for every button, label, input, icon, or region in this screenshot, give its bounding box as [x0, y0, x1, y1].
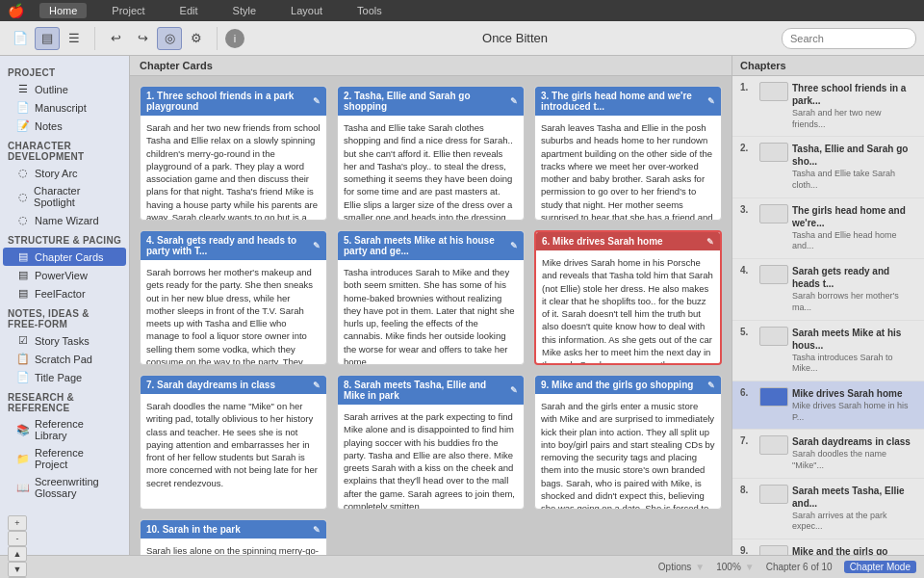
- card-icon-3: ✎: [707, 96, 715, 106]
- sidebar-item-story-tasks[interactable]: ☑ Story Tasks: [3, 331, 126, 350]
- options-label[interactable]: Options: [658, 562, 691, 572]
- manuscript-icon: 📄: [16, 101, 30, 114]
- chapter-num-5: 5.: [740, 327, 756, 337]
- chapter-thumb-1: [759, 82, 788, 101]
- card-title-8: 8. Sarah meets Tasha, Ellie and Mike in …: [344, 380, 510, 401]
- chapters-header: Chapters: [732, 56, 924, 76]
- redo-btn[interactable]: ↪: [130, 27, 155, 50]
- new-btn[interactable]: 📄: [8, 27, 33, 50]
- card-body-4: Sarah borrows her mother's makeup and ge…: [141, 260, 326, 364]
- card-header-1: 1. Three school friends in a park playgr…: [141, 87, 326, 116]
- sidebar-item-reference-library[interactable]: 📚 Reference Library: [3, 415, 126, 444]
- card-body-1: Sarah and her two new friends from schoo…: [141, 116, 326, 220]
- chapter-num-8: 8.: [740, 485, 756, 495]
- card-body-8: Sarah arrives at the park expecting to f…: [338, 405, 524, 509]
- chapter-title-3: The girls head home and we're...: [792, 204, 916, 229]
- card-title-2: 2. Tasha, Ellie and Sarah go shopping: [344, 91, 510, 112]
- card-2[interactable]: 2. Tasha, Ellie and Sarah go shopping✎Ta…: [337, 86, 525, 221]
- sidebar-item-feelfactor[interactable]: ▤ FeelFactor: [3, 284, 126, 302]
- tab-home[interactable]: Home: [39, 3, 87, 18]
- chapter-item-5[interactable]: 5. Sarah meets Mike at his hous... Tasha…: [732, 321, 924, 381]
- cards-btn[interactable]: ▤: [35, 27, 60, 50]
- chapter-item-8[interactable]: 8. Sarah meets Tasha, Ellie and... Sarah…: [732, 479, 924, 539]
- down-btn[interactable]: ▼: [8, 562, 27, 577]
- add-btn[interactable]: +: [8, 515, 27, 531]
- sidebar-item-glossary[interactable]: 📖 Screenwriting Glossary: [3, 473, 126, 502]
- tab-project[interactable]: Project: [102, 3, 154, 18]
- chapter-item-7[interactable]: 7. Sarah daydreams in class Sarah doodle…: [732, 430, 924, 478]
- tab-layout[interactable]: Layout: [281, 3, 332, 18]
- up-btn[interactable]: ▲: [8, 546, 27, 562]
- chapter-item-1[interactable]: 1. Three school friends in a park... Sar…: [732, 76, 924, 137]
- chapter-subtitle-3: Tasha and Ellie head home and...: [792, 230, 916, 252]
- sidebar-item-chapter-cards[interactable]: ▤ Chapter Cards: [3, 248, 126, 266]
- remove-btn[interactable]: -: [8, 531, 27, 546]
- card-header-8: 8. Sarah meets Tasha, Ellie and Mike in …: [338, 376, 524, 405]
- card-title-7: 7. Sarah daydreams in class: [146, 380, 275, 390]
- chapter-text-6: Mike drives Sarah home Mike drives Sarah…: [792, 387, 916, 423]
- card-4[interactable]: 4. Sarah gets ready and heads to party w…: [140, 230, 327, 365]
- chapter-item-2[interactable]: 2. Tasha, Ellie and Sarah go sho... Tash…: [732, 137, 924, 197]
- chapter-text-3: The girls head home and we're... Tasha a…: [792, 204, 916, 252]
- tab-edit[interactable]: Edit: [170, 3, 208, 18]
- document-title: Once Bitten: [252, 31, 778, 45]
- chapter-title-6: Mike drives Sarah home: [792, 387, 916, 400]
- notes-icon: 📝: [16, 119, 30, 132]
- chapter-title-5: Sarah meets Mike at his hous...: [792, 327, 916, 352]
- chapter-item-3[interactable]: 3. The girls head home and we're... Tash…: [732, 198, 924, 259]
- bottom-bar: + - ▲ ▼ 🔍 ⚙ 6. Mike drives Sarah home Op…: [0, 555, 924, 578]
- card-header-4: 4. Sarah gets ready and heads to party w…: [141, 231, 326, 260]
- chapter-num-1: 1.: [740, 82, 756, 92]
- sidebar-item-title-page[interactable]: 📄 Title Page: [3, 368, 126, 386]
- outline-btn[interactable]: ☰: [62, 27, 87, 50]
- chapter-text-8: Sarah meets Tasha, Ellie and... Sarah ar…: [792, 485, 916, 533]
- card-header-7: 7. Sarah daydreams in class✎: [141, 376, 326, 394]
- toolbar: 📄 ▤ ☰ ↩ ↪ ◎ ⚙ i Once Bitten: [0, 21, 924, 56]
- undo-btn[interactable]: ↩: [103, 27, 128, 50]
- chapter-subtitle-7: Sarah doodles the name "Mike"...: [792, 449, 916, 471]
- chapter-text-5: Sarah meets Mike at his hous... Tasha in…: [792, 327, 916, 375]
- chapter-title-9: Mike and the girls go shoppin...: [792, 545, 916, 555]
- chapter-item-6[interactable]: 6. Mike drives Sarah home Mike drives Sa…: [732, 381, 924, 430]
- card-5[interactable]: 5. Sarah meets Mike at his house party a…: [337, 230, 525, 365]
- tab-tools[interactable]: Tools: [347, 3, 392, 18]
- chapter-item-4[interactable]: 4. Sarah gets ready and heads t... Sarah…: [732, 259, 924, 320]
- card-icon-7: ✎: [313, 381, 321, 390]
- bottom-controls: Options ▼ 100% ▼ Chapter 6 of 10 Chapter…: [658, 561, 916, 573]
- info-button[interactable]: i: [225, 29, 244, 48]
- top-bar: 🍎 Home Project Edit Style Layout Tools: [0, 0, 924, 21]
- sidebar-item-outline[interactable]: ☰ Outline: [3, 80, 126, 98]
- chapter-num-9: 9.: [740, 545, 756, 555]
- card-1[interactable]: 1. Three school friends in a park playgr…: [140, 86, 327, 221]
- sidebar-item-scratch-pad[interactable]: 📋 Scratch Pad: [3, 350, 126, 368]
- sidebar-section-structure: Structure & Pacing: [0, 229, 129, 248]
- sidebar-item-reference-project[interactable]: 📁 Reference Project: [3, 444, 126, 473]
- sidebar-item-character-spotlight[interactable]: ◌ Character Spotlight: [3, 182, 126, 211]
- sidebar: Project ☰ Outline 📄 Manuscript 📝 Notes C…: [0, 56, 130, 555]
- sidebar-item-powerview[interactable]: ▤ PowerView: [3, 266, 126, 284]
- card-7[interactable]: 7. Sarah daydreams in class✎Sarah doodle…: [140, 375, 327, 510]
- card-3[interactable]: 3. The girls head home and we're introdu…: [534, 86, 722, 221]
- chapter-num-6: 6.: [740, 387, 756, 398]
- target-btn[interactable]: ◎: [157, 27, 182, 50]
- card-6[interactable]: 6. Mike drives Sarah home✎Mike drives Sa…: [534, 230, 722, 365]
- card-body-6: Mike drives Sarah home in his Porsche an…: [536, 250, 720, 363]
- card-body-7: Sarah doodles the name "Mike" on her wri…: [141, 394, 326, 509]
- sidebar-section-research: Research & Reference: [0, 386, 129, 415]
- card-9[interactable]: 9. Mike and the girls go shopping✎Sarah …: [534, 375, 722, 510]
- card-title-4: 4. Sarah gets ready and heads to party w…: [146, 235, 313, 256]
- scratch-icon: 📋: [16, 353, 30, 365]
- gear-btn[interactable]: ⚙: [184, 27, 209, 50]
- feel-icon: ▤: [16, 287, 30, 300]
- chapter-num-2: 2.: [740, 143, 756, 153]
- search-input[interactable]: [782, 28, 916, 49]
- sidebar-item-story-arc[interactable]: ◌ Story Arc: [3, 164, 126, 182]
- sidebar-item-name-wizard[interactable]: ◌ Name Wizard: [3, 211, 126, 229]
- chapter-subtitle-5: Tasha introduces Sarah to Mike...: [792, 353, 916, 375]
- chapter-thumb-2: [759, 143, 788, 162]
- card-8[interactable]: 8. Sarah meets Tasha, Ellie and Mike in …: [337, 375, 525, 510]
- tab-style[interactable]: Style: [223, 3, 266, 18]
- sidebar-item-manuscript[interactable]: 📄 Manuscript: [3, 98, 126, 117]
- sidebar-item-notes[interactable]: 📝 Notes: [3, 117, 126, 135]
- chapter-item-9[interactable]: 9. Mike and the girls go shoppin... Sara…: [732, 539, 924, 555]
